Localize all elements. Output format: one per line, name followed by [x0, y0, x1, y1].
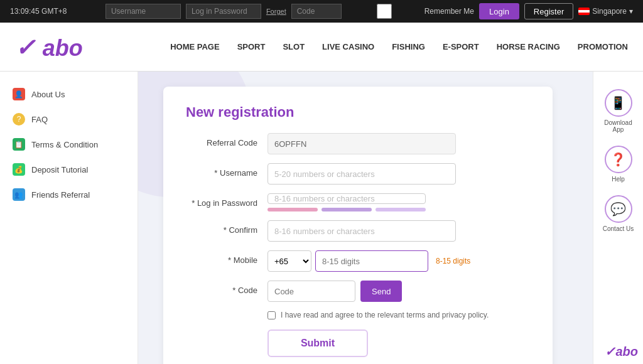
country-code-select[interactable]: +65	[267, 250, 311, 272]
referral-row: Referral Code	[186, 133, 530, 154]
password-label: * Log in Password	[186, 193, 267, 208]
password-input[interactable]	[186, 4, 261, 19]
wabo-bottom-logo: ✓abo	[605, 344, 638, 359]
send-button[interactable]: Send	[360, 281, 402, 302]
password-field[interactable]	[267, 193, 426, 204]
right-sidebar: 📱 Download App ❓ Help 💬 Contact Us ✓abo	[593, 72, 643, 364]
mobile-input[interactable]	[315, 250, 428, 272]
sidebar-item-faq[interactable]: ? FAQ	[0, 107, 138, 132]
top-bar: 13:09:45 GMT+8 Forget Remember Me Login …	[0, 0, 643, 23]
pwd-bar-1	[267, 208, 318, 211]
terms-icon: 📋	[13, 138, 25, 151]
sidebar-item-referral[interactable]: 👥 Friends Referral	[0, 182, 138, 207]
nav-live-casino[interactable]: LIVE CASINO	[322, 42, 374, 51]
right-item-download[interactable]: 📱 Download App	[593, 84, 643, 138]
password-strength	[267, 208, 426, 211]
username-row: * Username	[186, 163, 530, 185]
region-selector[interactable]: Singapore ▾	[578, 7, 633, 16]
registration-form: New registration Referral Code * Usernam…	[163, 87, 553, 364]
mobile-label: * Mobile	[186, 250, 267, 265]
password-row: * Log in Password	[186, 193, 530, 211]
nav-bar: ✓ abo HOME PAGE SPORT SLOT LIVE CASINO F…	[0, 23, 643, 72]
sidebar-item-deposit[interactable]: 💰 Deposit Tutorial	[0, 157, 138, 182]
right-item-help[interactable]: ❓ Help	[600, 141, 637, 188]
faq-icon: ?	[13, 113, 25, 126]
sidebar-item-terms[interactable]: 📋 Terms & Condition	[0, 132, 138, 157]
nav-promotion[interactable]: PROMOTION	[578, 42, 628, 51]
pwd-bar-2	[322, 208, 372, 211]
referral-code-input[interactable]	[267, 133, 456, 154]
referral-icon: 👥	[13, 188, 25, 201]
sidebar: 👤 About Us ? FAQ 📋 Terms & Condition 💰 D…	[0, 72, 138, 364]
help-icon: ❓	[605, 146, 632, 173]
username-label: * Username	[186, 163, 267, 178]
username-input[interactable]	[105, 4, 181, 19]
nav-home[interactable]: HOME PAGE	[170, 42, 220, 51]
sidebar-item-about-us[interactable]: 👤 About Us	[0, 82, 138, 107]
nav-horse-racing[interactable]: HORSE RACING	[497, 42, 560, 51]
mobile-row: * Mobile +65 8-15 digits	[186, 250, 530, 272]
nav-slot[interactable]: SLOT	[283, 42, 305, 51]
mobile-hint: 8-15 digits	[436, 257, 470, 265]
nav-links: HOME PAGE SPORT SLOT LIVE CASINO FISHING…	[108, 42, 628, 51]
code-row: * Code Send	[186, 281, 530, 302]
right-item-contact[interactable]: 💬 Contact Us	[598, 190, 639, 237]
contact-label: Contact Us	[603, 225, 634, 232]
main-layout: 👤 About Us ? FAQ 📋 Terms & Condition 💰 D…	[0, 72, 643, 364]
register-button[interactable]: Register	[524, 3, 573, 19]
pwd-bar-3	[376, 208, 426, 211]
terms-checkbox-row: I have read and agree to the relevant te…	[267, 311, 530, 319]
about-us-icon: 👤	[13, 88, 25, 100]
remember-me-checkbox[interactable]	[347, 4, 422, 19]
username-field[interactable]	[267, 163, 456, 185]
terms-label: I have read and agree to the relevant te…	[281, 311, 489, 319]
nav-fishing[interactable]: FISHING	[392, 42, 425, 51]
download-app-label: Download App	[598, 119, 638, 133]
terms-checkbox[interactable]	[267, 311, 276, 319]
help-label: Help	[612, 176, 625, 183]
login-button[interactable]: Login	[479, 3, 519, 19]
referral-label: Referral Code	[186, 133, 267, 147]
content-area: New registration Referral Code * Usernam…	[138, 72, 593, 364]
forget-link[interactable]: Forget	[266, 8, 286, 15]
flag-icon	[578, 8, 590, 15]
confirm-row: * Confirm	[186, 220, 530, 242]
time-display: 13:09:45 GMT+8	[10, 7, 67, 16]
code-label: * Code	[186, 281, 267, 295]
mobile-input-group: +65 8-15 digits	[267, 250, 470, 272]
form-title: New registration	[186, 104, 530, 120]
code-input-top[interactable]	[291, 4, 342, 19]
nav-e-sport[interactable]: E-SPORT	[443, 42, 479, 51]
confirm-field[interactable]	[267, 220, 456, 242]
logo[interactable]: ✓ abo	[15, 32, 83, 62]
code-field[interactable]	[267, 281, 355, 302]
remember-me-label: Remember Me	[347, 4, 474, 19]
nav-sport[interactable]: SPORT	[237, 42, 266, 51]
submit-button[interactable]: Submit	[267, 329, 368, 357]
code-input-group: Send	[267, 281, 402, 302]
download-app-icon: 📱	[605, 89, 632, 117]
chevron-down-icon: ▾	[629, 7, 633, 16]
deposit-icon: 💰	[13, 163, 25, 176]
confirm-label: * Confirm	[186, 220, 267, 235]
contact-icon: 💬	[605, 195, 632, 223]
logo-w: ✓ abo	[15, 32, 83, 62]
